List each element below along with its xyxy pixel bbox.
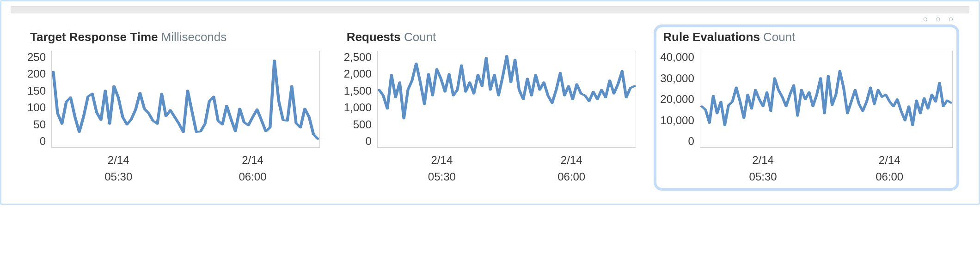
x-tick-time: 06:00 xyxy=(876,169,903,185)
y-tick: 20,000 xyxy=(660,93,694,106)
y-axis: 250200150100500 xyxy=(27,51,51,148)
panel-title-unit: Count xyxy=(404,30,436,44)
y-tick: 0 xyxy=(40,135,46,148)
y-tick: 2,500 xyxy=(344,51,372,64)
chart-area: 2502001501005002/1405:302/1406:00 xyxy=(27,51,320,184)
x-tick-time: 06:00 xyxy=(557,169,585,185)
ellipsis-indicator: ○ ○ ○ xyxy=(923,14,956,24)
y-tick: 30,000 xyxy=(660,72,694,85)
y-tick: 500 xyxy=(353,118,372,131)
plot-response-time[interactable] xyxy=(51,51,320,148)
plot-requests[interactable] xyxy=(377,51,637,148)
panel-title-text: Requests xyxy=(347,30,401,44)
x-tick: 2/1405:30 xyxy=(749,152,777,184)
panel-response-time[interactable]: Target Response Time Milliseconds2502001… xyxy=(24,27,324,188)
plot-wrap: 2/1405:302/1406:00 xyxy=(51,51,320,184)
y-tick: 40,000 xyxy=(660,51,694,64)
y-tick: 250 xyxy=(27,51,46,64)
x-tick: 2/1406:00 xyxy=(239,152,266,184)
panel-title: Target Response Time Milliseconds xyxy=(30,30,320,44)
panel-title-unit: Count xyxy=(763,30,795,44)
x-tick-date: 2/14 xyxy=(108,154,129,166)
y-tick: 10,000 xyxy=(660,114,694,127)
panels-row: Target Response Time Milliseconds2502001… xyxy=(1,17,979,204)
x-axis: 2/1405:302/1406:00 xyxy=(377,152,637,184)
series-line xyxy=(53,60,318,139)
y-tick: 150 xyxy=(27,84,46,97)
x-tick-date: 2/14 xyxy=(879,154,900,166)
x-tick: 2/1406:00 xyxy=(557,152,585,184)
x-tick-time: 05:30 xyxy=(104,169,132,185)
y-tick: 50 xyxy=(33,118,46,131)
panel-title: Rule Evaluations Count xyxy=(663,30,953,44)
x-tick-time: 05:30 xyxy=(428,169,456,185)
y-tick: 1,500 xyxy=(344,84,372,97)
top-placeholder-bar xyxy=(11,6,969,13)
x-axis: 2/1405:302/1406:00 xyxy=(700,152,953,184)
series-line xyxy=(379,56,634,118)
x-tick-time: 06:00 xyxy=(239,169,266,185)
series-line xyxy=(702,71,951,125)
x-tick-time: 05:30 xyxy=(749,169,777,185)
chart-area: 2,5002,0001,5001,00050002/1405:302/1406:… xyxy=(344,51,637,184)
x-tick-date: 2/14 xyxy=(752,154,774,166)
panel-requests[interactable]: Requests Count2,5002,0001,5001,00050002/… xyxy=(340,27,640,188)
y-axis: 40,00030,00020,00010,0000 xyxy=(660,51,699,148)
panel-title: Requests Count xyxy=(347,30,637,44)
chart-area: 40,00030,00020,00010,00002/1405:302/1406… xyxy=(660,51,953,184)
plot-wrap: 2/1405:302/1406:00 xyxy=(700,51,953,184)
y-tick: 200 xyxy=(27,67,46,80)
x-tick-date: 2/14 xyxy=(431,154,453,166)
y-axis: 2,5002,0001,5001,0005000 xyxy=(344,51,377,148)
x-tick-date: 2/14 xyxy=(242,154,263,166)
panel-rule-evaluations[interactable]: Rule Evaluations Count40,00030,00020,000… xyxy=(656,27,956,188)
panel-title-unit: Milliseconds xyxy=(161,30,227,44)
plot-wrap: 2/1405:302/1406:00 xyxy=(377,51,637,184)
x-tick: 2/1405:30 xyxy=(104,152,132,184)
x-tick: 2/1406:00 xyxy=(876,152,903,184)
x-tick: 2/1405:30 xyxy=(428,152,456,184)
panel-title-text: Target Response Time xyxy=(30,30,158,44)
plot-rule-evaluations[interactable] xyxy=(700,51,953,148)
y-tick: 0 xyxy=(688,135,694,148)
x-axis: 2/1405:302/1406:00 xyxy=(51,152,320,184)
y-tick: 2,000 xyxy=(344,67,372,80)
x-tick-date: 2/14 xyxy=(561,154,582,166)
y-tick: 0 xyxy=(365,135,371,148)
y-tick: 100 xyxy=(27,101,46,114)
dashboard-container: ○ ○ ○ Target Response Time Milliseconds2… xyxy=(0,0,980,205)
panel-title-text: Rule Evaluations xyxy=(663,30,760,44)
y-tick: 1,000 xyxy=(344,101,372,114)
